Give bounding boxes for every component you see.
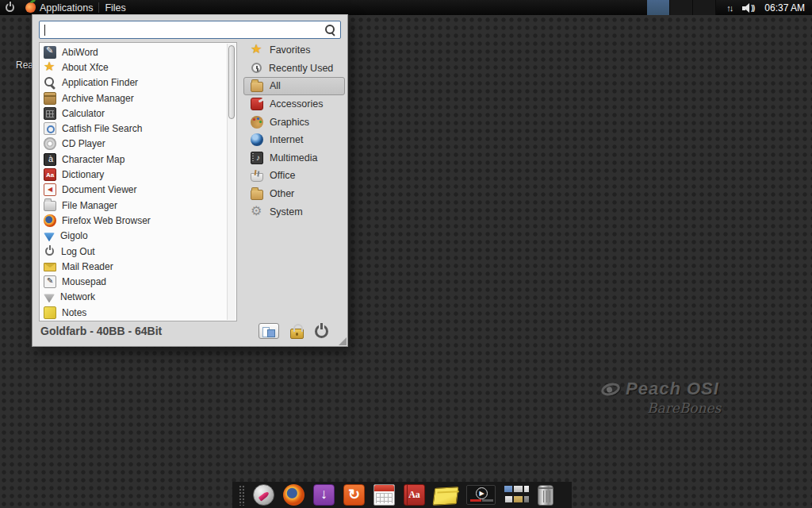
category-multimedia[interactable]: Multimedia (243, 149, 345, 167)
speaker-icon (742, 2, 751, 13)
username-label: Goldfarb - 40BB - 64Bit (40, 325, 162, 337)
category-label: Multimedia (270, 152, 317, 164)
desktop-icon-label[interactable]: Rea (16, 60, 33, 71)
calendar-icon[interactable] (373, 484, 395, 506)
app-item-about-xfce[interactable]: About Xfce (40, 60, 236, 75)
app-label: Character Map (62, 154, 124, 165)
file-search-icon (44, 122, 56, 135)
app-item-calculator[interactable]: Calculator (40, 106, 236, 121)
category-label: Recently Used (269, 63, 333, 74)
peach-logo-icon (25, 2, 36, 13)
workspace-1[interactable] (647, 0, 670, 15)
power-icon (45, 247, 54, 256)
rocket-launcher-icon[interactable] (253, 484, 274, 506)
app-label: File Manager (62, 200, 117, 211)
applications-menu-label: Applications (40, 2, 93, 13)
app-item-abiword[interactable]: AbiWord (40, 44, 236, 60)
app-label: Application Finder (62, 77, 138, 88)
app-list-scrollbar[interactable] (227, 44, 236, 320)
category-all[interactable]: All (243, 77, 345, 95)
category-label: Graphics (270, 117, 309, 128)
category-office[interactable]: Office (243, 167, 345, 185)
applications-menu-button[interactable]: Applications (20, 0, 98, 15)
category-list: Favorites Recently Used All Accessories … (243, 41, 345, 221)
search-icon (325, 25, 335, 35)
category-recently-used[interactable]: Recently Used (243, 60, 345, 78)
panel-menu-button[interactable] (0, 0, 20, 15)
update-icon[interactable] (343, 484, 365, 506)
settings-manager-icon[interactable] (504, 485, 529, 506)
gigolo-wifi-icon (44, 233, 55, 241)
app-label: Mail Reader (62, 261, 113, 272)
volume-waves-icon: )) (751, 4, 754, 12)
app-label: Calculator (62, 108, 105, 119)
app-item-network[interactable]: Network (40, 290, 236, 305)
app-label: Dictionary (62, 169, 104, 180)
app-label: AbiWord (62, 47, 98, 58)
app-item-mail-reader[interactable]: Mail Reader (40, 259, 236, 274)
resize-grip[interactable] (339, 337, 347, 345)
magnifier-icon (44, 76, 56, 89)
app-item-file-manager[interactable]: File Manager (40, 198, 236, 213)
dictionary-icon (44, 168, 56, 181)
app-label: CD Player (62, 138, 105, 149)
app-item-character-map[interactable]: Character Map (40, 152, 236, 167)
app-item-notes[interactable]: Notes (40, 305, 236, 320)
files-menu-button[interactable]: Files (99, 0, 131, 15)
palette-icon (251, 116, 263, 129)
category-label: Favorites (270, 44, 310, 56)
workspace-switcher[interactable] (647, 0, 716, 15)
watermark-title: Peach OSI (626, 379, 719, 399)
dock-handle[interactable] (239, 485, 244, 506)
category-system[interactable]: System (243, 202, 345, 221)
lock-button[interactable] (290, 329, 304, 339)
scrollbar-thumb[interactable] (228, 45, 235, 119)
network-arrows-icon[interactable]: ↑↓ (726, 3, 732, 13)
whisker-menu: AbiWord About Xfce Application Finder Ar… (32, 14, 348, 347)
app-item-archive-manager[interactable]: Archive Manager (40, 90, 236, 106)
category-accessories[interactable]: Accessories (243, 95, 345, 114)
app-item-cd-player[interactable]: CD Player (40, 137, 236, 152)
app-label: Archive Manager (62, 93, 134, 104)
dictionary-icon[interactable] (404, 484, 425, 506)
category-label: Other (270, 188, 294, 199)
gear-icon (251, 206, 263, 218)
app-item-dictionary[interactable]: Dictionary (40, 167, 236, 182)
app-label: Gigolo (60, 230, 88, 241)
app-label: Mousepad (62, 276, 106, 287)
app-item-firefox[interactable]: Firefox Web Browser (40, 213, 236, 228)
settings-button[interactable] (259, 323, 279, 339)
search-input[interactable] (39, 21, 341, 39)
app-item-mousepad[interactable]: Mousepad (40, 274, 236, 289)
media-player-icon[interactable] (466, 485, 496, 505)
clock-icon (251, 63, 262, 73)
multimedia-icon (251, 152, 263, 164)
category-graphics[interactable]: Graphics (243, 113, 345, 131)
files-menu-label: Files (105, 2, 125, 13)
trash-icon[interactable] (538, 485, 553, 506)
category-favorites[interactable]: Favorites (243, 41, 345, 60)
panel-clock[interactable]: 06:37 AM (764, 2, 805, 13)
app-item-application-finder[interactable]: Application Finder (40, 75, 236, 90)
category-label: Internet (270, 134, 303, 145)
workspace-2[interactable] (670, 0, 693, 15)
app-item-gigolo[interactable]: Gigolo (40, 229, 236, 244)
bottom-dock (232, 482, 572, 508)
app-item-catfish[interactable]: Catfish File Search (40, 121, 236, 136)
app-label: Network (60, 291, 95, 302)
notes-icon[interactable] (433, 487, 459, 506)
category-internet[interactable]: Internet (243, 131, 345, 149)
download-icon[interactable] (313, 484, 335, 506)
app-item-log-out[interactable]: Log Out (40, 244, 236, 259)
app-item-document-viewer[interactable]: Document Viewer (40, 183, 236, 198)
charmap-icon (44, 153, 56, 166)
firefox-icon (44, 214, 56, 227)
volume-icon[interactable]: )) (742, 2, 754, 13)
app-label: Log Out (61, 246, 95, 257)
workspace-3[interactable] (693, 0, 716, 15)
globe-icon (251, 133, 263, 146)
power-button[interactable] (315, 325, 328, 338)
category-label: System (270, 206, 303, 217)
category-other[interactable]: Other (243, 185, 345, 203)
firefox-icon[interactable] (283, 484, 304, 506)
